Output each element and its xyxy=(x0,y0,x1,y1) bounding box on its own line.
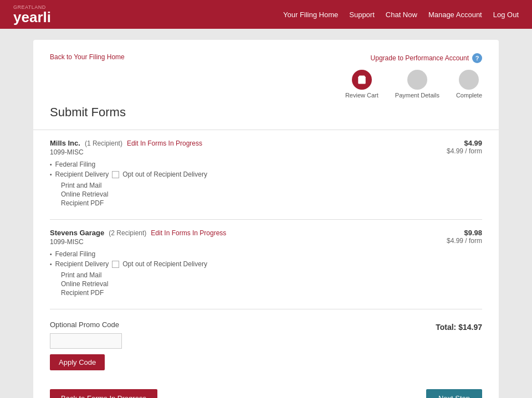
apply-code-button[interactable]: Apply Code xyxy=(50,354,105,370)
card-top: Back to Your Filing Home Upgrade to Perf… xyxy=(50,53,482,99)
stevens-delivery-bullet: • xyxy=(50,261,52,267)
stevens-delivery-row: • Recipient Delivery Opt out of Recipien… xyxy=(50,260,226,268)
stevens-opt-out-checkbox[interactable] xyxy=(112,261,119,268)
order-stevens-company-row: Stevens Garage (2 Recipient) Edit In For… xyxy=(50,229,226,237)
order-item-mills-header: Mills Inc. (1 Recipient) Edit In Forms I… xyxy=(50,139,482,208)
step-review-cart: Review Cart xyxy=(345,70,378,99)
step-review-cart-circle xyxy=(352,70,372,90)
stevens-price-per: $4.99 / form xyxy=(447,237,482,245)
stevens-federal-filing: • Federal Filing xyxy=(50,250,226,258)
mills-delivery-row: • Recipient Delivery Opt out of Recipien… xyxy=(50,170,207,178)
step-payment-details-label: Payment Details xyxy=(395,92,439,99)
page-wrapper: Back to Your Filing Home Upgrade to Perf… xyxy=(0,29,532,398)
stevens-edit-link[interactable]: Edit In Forms In Progress xyxy=(151,229,226,237)
order-item-mills: Mills Inc. (1 Recipient) Edit In Forms I… xyxy=(50,130,482,220)
nav-manage-account[interactable]: Manage Account xyxy=(428,11,482,19)
header-nav: Your Filing Home Support Chat Now Manage… xyxy=(283,11,519,19)
header: GREATLAND yearli Your Filing Home Suppor… xyxy=(0,0,532,29)
stevens-delivery-options: Print and Mail Online Retrieval Recipien… xyxy=(61,271,226,297)
mills-delivery-opt-3: Recipient PDF xyxy=(61,199,207,207)
nav-support[interactable]: Support xyxy=(349,11,375,19)
step-complete: Complete xyxy=(456,70,482,99)
upgrade-section: Upgrade to Performance Account ? xyxy=(371,53,482,63)
mills-delivery-options: Print and Mail Online Retrieval Recipien… xyxy=(61,182,207,207)
step-complete-circle xyxy=(459,70,479,90)
mills-company-name: Mills Inc. xyxy=(50,139,80,147)
mills-price-per: $4.99 / form xyxy=(447,147,482,155)
stevens-price-total: $9.98 xyxy=(447,229,482,237)
mills-federal-filing: • Federal Filing xyxy=(50,161,207,168)
mills-delivery-opt-2: Online Retrieval xyxy=(61,190,207,198)
order-item-stevens-left: Stevens Garage (2 Recipient) Edit In For… xyxy=(50,229,226,298)
step-payment-details: Payment Details xyxy=(395,70,439,99)
promo-total-row: Optional Promo Code Apply Code Total: $1… xyxy=(50,309,482,376)
mills-recipient-count: (1 Recipient) xyxy=(85,139,122,147)
stevens-federal-bullet: • xyxy=(50,251,52,257)
stevens-federal-label: Federal Filing xyxy=(55,250,96,258)
nav-your-filing-home[interactable]: Your Filing Home xyxy=(283,11,338,19)
mills-opt-out-label: Opt out of Recipient Delivery xyxy=(122,170,207,178)
upgrade-performance-link[interactable]: Upgrade to Performance Account xyxy=(371,54,469,62)
logo: GREATLAND yearli xyxy=(13,5,51,24)
promo-input[interactable] xyxy=(50,333,122,349)
promo-section: Optional Promo Code Apply Code xyxy=(50,321,122,370)
nav-log-out[interactable]: Log Out xyxy=(493,11,519,19)
main-card: Back to Your Filing Home Upgrade to Perf… xyxy=(33,40,499,398)
stevens-delivery-label: Recipient Delivery xyxy=(55,260,109,268)
next-step-button[interactable]: Next Step xyxy=(426,389,482,398)
footer-buttons: Back to Forms In Progress Next Step xyxy=(50,389,482,398)
mills-delivery-opt-1: Print and Mail xyxy=(61,182,207,189)
stevens-company-name: Stevens Garage xyxy=(50,229,104,237)
stevens-delivery-opt-2: Online Retrieval xyxy=(61,280,226,288)
back-to-forms-button[interactable]: Back to Forms In Progress xyxy=(50,389,157,398)
order-item-stevens-right: $9.98 $4.99 / form xyxy=(447,229,482,245)
stevens-delivery-opt-1: Print and Mail xyxy=(61,271,226,279)
step-complete-label: Complete xyxy=(456,92,482,99)
mills-federal-bullet: • xyxy=(50,162,52,168)
stevens-recipient-count: (2 Recipient) xyxy=(109,229,146,237)
nav-chat-now[interactable]: Chat Now xyxy=(386,11,417,19)
step-payment-details-circle xyxy=(407,70,427,90)
page-title: Submit Forms xyxy=(50,105,482,120)
back-to-filing-home-link[interactable]: Back to Your Filing Home xyxy=(50,53,125,61)
mills-federal-label: Federal Filing xyxy=(55,161,96,168)
stevens-opt-out-label: Opt out of Recipient Delivery xyxy=(122,260,207,268)
help-icon[interactable]: ? xyxy=(472,53,482,63)
logo-yearli-text: yearli xyxy=(13,9,51,25)
steps-progress: Review Cart Payment Details Complete xyxy=(345,70,482,99)
mills-opt-out-checkbox[interactable] xyxy=(112,171,119,178)
order-item-mills-right: $4.99 $4.99 / form xyxy=(447,139,482,155)
step-review-cart-label: Review Cart xyxy=(345,92,378,99)
mills-edit-link[interactable]: Edit In Forms In Progress xyxy=(127,139,202,147)
promo-label: Optional Promo Code xyxy=(50,321,122,329)
stevens-form-type: 1099-MISC xyxy=(50,238,226,246)
mills-form-type: 1099-MISC xyxy=(50,148,207,156)
stevens-delivery-opt-3: Recipient PDF xyxy=(61,289,226,297)
mills-price-total: $4.99 xyxy=(447,139,482,147)
order-mills-company-row: Mills Inc. (1 Recipient) Edit In Forms I… xyxy=(50,139,207,147)
mills-delivery-bullet: • xyxy=(50,172,52,178)
mills-delivery-label: Recipient Delivery xyxy=(55,170,109,178)
order-item-stevens-header: Stevens Garage (2 Recipient) Edit In For… xyxy=(50,229,482,298)
order-item-mills-left: Mills Inc. (1 Recipient) Edit In Forms I… xyxy=(50,139,207,208)
order-total: Total: $14.97 xyxy=(436,321,482,332)
order-item-stevens: Stevens Garage (2 Recipient) Edit In For… xyxy=(50,220,482,309)
